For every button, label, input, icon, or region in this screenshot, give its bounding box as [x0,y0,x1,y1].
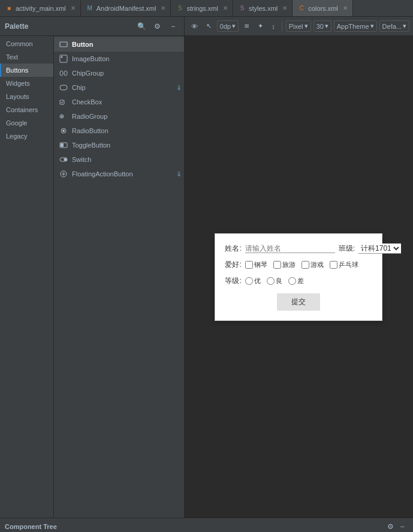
default-dropdown-arrow: ▾ [403,22,406,30]
radio-good-input[interactable] [267,277,275,285]
svg-rect-0 [60,42,67,47]
margin-value: 0dp [220,23,231,30]
design-toolbar: 👁 ↖ 0dp ▾ ≋ ✦ ↕ Pixel ▾ [185,17,413,36]
palette-item-switch[interactable]: Switch [54,152,184,167]
eye-icon: 👁 [191,23,198,30]
checkbox-pingpong-input[interactable] [330,261,337,269]
margin-dropdown[interactable]: 0dp ▾ [217,20,239,32]
tab-android-manifest[interactable]: M AndroidManifest.xml ✕ [81,0,171,16]
checkbox-piano-label: 钢琴 [254,260,267,269]
palette-items-list: Button ImageButton [54,36,184,518]
tab-activity-main[interactable]: ■ activity_main.xml ✕ [0,0,81,16]
sidebar-item-widgets[interactable]: Widgets [0,77,53,90]
tab-strings[interactable]: S strings.xml ✕ [171,0,233,16]
component-tree-minimize[interactable]: − [396,521,408,533]
tab-close-manifest[interactable]: ✕ [161,5,165,11]
checkbox-piano: 钢琴 [245,260,267,269]
checkbox-trip-input[interactable] [273,261,281,269]
device-label: Pixel [289,23,303,30]
toolbar-sep-1 [282,21,282,32]
wave-btn[interactable]: ≋ [241,21,252,31]
tab-colors[interactable]: C colors.xml ✕ [293,0,353,16]
visibility-btn[interactable]: 👁 [188,22,201,31]
bottom-section: Component Tree ⚙ − ↳ ConstraintLayout ▼ … [0,518,413,532]
strings-icon: S [176,4,184,13]
class-spinner[interactable]: 计科1701 [358,244,401,254]
palette-content: Common Text Buttons Widgets Layouts Cont… [0,36,184,518]
component-tree-header: Component Tree ⚙ − [0,518,413,532]
checkbox-pingpong-label: 乒乓球 [339,260,358,269]
component-tree-settings[interactable]: ⚙ [384,521,396,533]
radio-good-label: 良 [276,276,282,285]
sidebar-item-common[interactable]: Common [0,37,53,50]
checkbox-icon [59,97,68,107]
align-icon: ↕ [272,23,275,30]
palette-item-imagebutton[interactable]: ImageButton [54,52,184,66]
tab-styles-label: styles.xml [249,5,278,12]
palette-minimize-btn[interactable]: − [167,20,179,32]
sidebar-item-containers[interactable]: Containers [0,103,53,116]
tab-styles[interactable]: S styles.xml ✕ [233,0,293,16]
palette-settings-btn[interactable]: ⚙ [152,20,164,32]
radiogroup-icon [59,112,68,121]
align-btn[interactable]: ↕ [269,22,278,31]
tab-bar: ■ activity_main.xml ✕ M AndroidManifest.… [0,0,413,17]
tab-android-manifest-label: AndroidManifest.xml [97,5,156,12]
sidebar-item-layouts[interactable]: Layouts [0,90,53,103]
phone-frame: 姓名: 班级: 计科1701 爱好: 钢琴 [215,233,382,321]
palette-item-fab[interactable]: FloatingActionButton ⇓ [54,167,184,181]
palette-item-togglebutton[interactable]: ToggleButton [54,138,184,152]
component-tree-title: Component Tree [5,523,384,530]
chip-download-icon[interactable]: ⇓ [176,84,182,92]
theme-dropdown[interactable]: AppTheme ▾ [334,20,377,32]
device-dropdown[interactable]: Pixel ▾ [286,20,311,32]
submit-wrap: 提交 [225,293,372,311]
styles-icon: S [238,4,246,13]
palette-item-button[interactable]: Button [54,37,184,52]
hobby-row: 爱好: 钢琴 旅游 游戏 [225,260,372,270]
tab-close-styles[interactable]: ✕ [282,5,287,11]
submit-button[interactable]: 提交 [277,293,320,311]
name-input[interactable] [245,244,335,253]
cursor-btn[interactable]: ↖ [203,21,215,31]
radio-poor-input[interactable] [288,277,296,285]
palette-item-checkbox[interactable]: CheckBox [54,95,184,109]
palette-search-btn[interactable]: 🔍 [136,20,148,32]
tab-close-strings[interactable]: ✕ [223,5,228,11]
tab-colors-label: colors.xml [308,5,338,12]
palette-item-radiogroup[interactable]: RadioGroup [54,109,184,124]
tab-close-colors[interactable]: ✕ [343,5,348,11]
palette-item-radiobutton[interactable]: RadioButton [54,124,184,138]
radio-poor: 差 [288,276,304,285]
radio-excellent-input[interactable] [245,277,253,285]
manifest-icon: M [86,4,94,13]
margin-dropdown-arrow: ▾ [232,22,236,30]
fab-download-icon[interactable]: ⇓ [176,170,182,178]
magic-btn[interactable]: ✦ [255,21,266,31]
sidebar-item-legacy[interactable]: Legacy [0,130,53,143]
grade-label: 等级: [225,276,241,286]
checkbox-trip-label: 旅游 [282,260,296,269]
palette-item-chip[interactable]: Chip ⇓ [54,80,184,95]
checkbox-games: 游戏 [302,260,324,269]
name-label: 姓名: [225,244,241,254]
palette-title: Palette [5,22,136,31]
magic-icon: ✦ [258,22,263,30]
default-dropdown[interactable]: Defa... ▾ [379,20,409,32]
api-dropdown[interactable]: 30 ▾ [313,20,331,32]
main-layout: Palette 🔍 ⚙ − Common Text Buttons [0,17,413,518]
chipgroup-icon [59,68,68,78]
checkbox-games-input[interactable] [302,261,309,269]
api-dropdown-arrow: ▾ [325,22,328,30]
sidebar-item-buttons[interactable]: Buttons [0,64,53,77]
sidebar-item-google[interactable]: Google [0,116,53,130]
class-label: 班级: [339,244,355,254]
wave-icon: ≋ [244,22,249,30]
colors-icon: C [297,4,306,13]
sidebar-item-text[interactable]: Text [0,50,53,64]
radio-excellent-label: 优 [254,276,261,285]
tab-close-activity[interactable]: ✕ [71,5,76,11]
palette-item-chipgroup[interactable]: ChipGroup [54,66,184,80]
svg-point-10 [62,130,65,132]
checkbox-piano-input[interactable] [245,261,253,269]
